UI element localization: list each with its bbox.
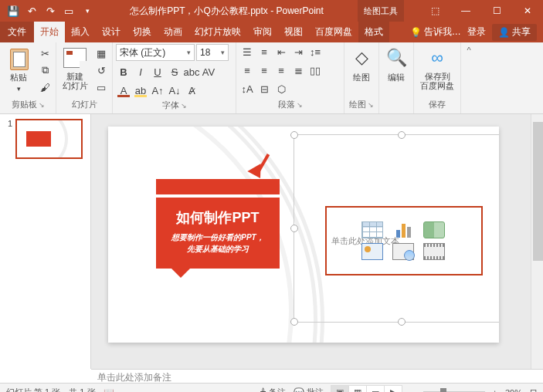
- title-bar: 💾 ↶ ↷ ▭ ▾ 怎么制作PPT，小Q办公教程.pptx - PowerPoi…: [0, 0, 543, 22]
- scrollbar-thumb[interactable]: [533, 122, 543, 261]
- font-color-icon[interactable]: A: [116, 83, 131, 98]
- redo-icon[interactable]: ↷: [42, 2, 59, 19]
- resize-handle[interactable]: [290, 131, 298, 139]
- editing-button[interactable]: 🔍 编辑: [382, 44, 410, 83]
- tab-transitions[interactable]: 切换: [127, 22, 158, 42]
- justify-icon[interactable]: ≣: [290, 63, 306, 78]
- ribbon-tabs: 文件 开始 插入 设计 切换 动画 幻灯片放映 审阅 视图 百度网盘 格式 💡告…: [0, 22, 543, 42]
- format-painter-icon[interactable]: 🖌: [37, 79, 53, 95]
- copy-icon[interactable]: ⧉: [37, 63, 53, 78]
- comments-toggle[interactable]: 💬 批注: [294, 387, 324, 392]
- tab-file[interactable]: 文件: [0, 22, 34, 42]
- dialog-launcher-icon[interactable]: ↘: [368, 101, 374, 109]
- new-slide-icon: [63, 48, 87, 68]
- zoom-out-icon[interactable]: −: [410, 388, 415, 393]
- align-center-icon[interactable]: ≡: [256, 63, 272, 78]
- drawing-button[interactable]: ◇ 绘图: [348, 44, 375, 83]
- normal-view-icon[interactable]: ▣: [331, 385, 349, 393]
- tab-review[interactable]: 审阅: [247, 22, 278, 42]
- spell-check-icon[interactable]: 📖: [104, 387, 114, 392]
- underline-icon[interactable]: U: [150, 64, 165, 79]
- bullets-icon[interactable]: ☰: [239, 44, 255, 59]
- section-icon[interactable]: ▭: [93, 79, 109, 95]
- share-button[interactable]: 👤 共享: [492, 24, 537, 41]
- slideshow-view-icon[interactable]: ▶: [384, 385, 402, 393]
- sorter-view-icon[interactable]: ▦: [348, 385, 367, 393]
- decrease-font-icon[interactable]: A↓: [167, 83, 182, 98]
- increase-indent-icon[interactable]: ⇥: [290, 44, 306, 59]
- insert-video-icon[interactable]: [423, 243, 445, 260]
- tab-animations[interactable]: 动画: [158, 22, 188, 42]
- slide-canvas[interactable]: 如何制作PPT 想要制作一份好看的PPT，先要从基础的学习 ⟳: [91, 114, 531, 369]
- align-left-icon[interactable]: ≡: [239, 63, 255, 78]
- align-right-icon[interactable]: ≡: [273, 63, 289, 78]
- tab-format[interactable]: 格式: [358, 22, 389, 42]
- slide-thumbnail[interactable]: [15, 119, 83, 159]
- reset-icon[interactable]: ↺: [93, 63, 109, 78]
- insert-online-picture-icon[interactable]: [392, 243, 414, 260]
- group-font: 宋体 (正文)▾ 18▾ B I U S abc AV A ab A↑ A↓ A…: [113, 42, 236, 113]
- font-size-combo[interactable]: 18▾: [196, 44, 229, 61]
- content-placeholder-selected[interactable]: ⟳ 单击此处添加文本: [294, 134, 499, 323]
- resize-handle[interactable]: [290, 225, 298, 232]
- highlight-icon[interactable]: ab: [133, 83, 148, 98]
- collapse-ribbon-icon[interactable]: ^: [467, 46, 470, 55]
- tab-view[interactable]: 视图: [278, 22, 309, 42]
- notes-pane[interactable]: 单击此处添加备注: [91, 369, 543, 383]
- paste-button[interactable]: 粘贴 ▾: [3, 44, 34, 93]
- char-spacing-icon[interactable]: AV: [201, 64, 216, 79]
- zoom-in-icon[interactable]: +: [493, 388, 497, 393]
- clear-format-icon[interactable]: A̷: [184, 83, 199, 98]
- tab-insert[interactable]: 插入: [65, 22, 96, 42]
- numbering-icon[interactable]: ≡: [256, 44, 272, 59]
- group-slides: 新建 幻灯片 ▦ ↺ ▭ 幻灯片: [56, 42, 113, 113]
- insert-smartart-icon[interactable]: [423, 221, 445, 238]
- resize-handle[interactable]: [398, 318, 406, 326]
- vertical-scrollbar[interactable]: [531, 114, 543, 369]
- italic-icon[interactable]: I: [133, 64, 148, 79]
- columns-icon[interactable]: ▯▯: [307, 63, 323, 78]
- text-direction-icon[interactable]: ↕A: [239, 81, 255, 96]
- start-from-beginning-icon[interactable]: ▭: [60, 2, 77, 19]
- dialog-launcher-icon[interactable]: ↘: [297, 101, 303, 109]
- cut-icon[interactable]: ✂: [37, 46, 53, 61]
- signin-button[interactable]: 登录: [467, 25, 486, 39]
- group-paragraph: ☰ ≡ ⇤ ⇥ ↕≡ ≡ ≡ ≡ ≣ ▯▯ ↕A ⊟ ⬡ 段落↘: [236, 42, 344, 113]
- strikethrough-icon[interactable]: S: [167, 64, 182, 79]
- align-text-icon[interactable]: ⊟: [256, 81, 272, 96]
- resize-handle[interactable]: [290, 318, 298, 326]
- undo-icon[interactable]: ↶: [23, 2, 40, 19]
- new-slide-button[interactable]: 新建 幻灯片: [59, 44, 90, 90]
- slide-thumbnail-panel: 1: [0, 114, 91, 369]
- tab-design[interactable]: 设计: [96, 22, 127, 42]
- maximize-icon[interactable]: ☐: [481, 0, 512, 22]
- tab-home[interactable]: 开始: [34, 22, 65, 42]
- bold-icon[interactable]: B: [116, 64, 131, 79]
- dialog-launcher-icon[interactable]: ↘: [39, 101, 45, 109]
- save-icon[interactable]: 💾: [5, 2, 22, 19]
- resize-handle[interactable]: [398, 131, 406, 139]
- insert-table-icon[interactable]: [361, 221, 383, 238]
- smartart-icon[interactable]: ⬡: [273, 81, 289, 96]
- layout-icon[interactable]: ▦: [93, 46, 109, 61]
- zoom-level[interactable]: 39%: [505, 388, 522, 393]
- increase-font-icon[interactable]: A↑: [150, 83, 165, 98]
- font-name-combo[interactable]: 宋体 (正文)▾: [116, 44, 195, 61]
- minimize-icon[interactable]: ―: [450, 0, 481, 22]
- insert-picture-icon[interactable]: [361, 243, 383, 260]
- tab-baidu[interactable]: 百度网盘: [309, 22, 358, 42]
- notes-toggle[interactable]: ≜ 备注: [260, 387, 286, 392]
- reading-view-icon[interactable]: ▭: [366, 385, 385, 393]
- decrease-indent-icon[interactable]: ⇤: [273, 44, 289, 59]
- inner-content-placeholder[interactable]: 单击此处添加文本: [325, 206, 483, 275]
- ribbon-display-icon[interactable]: ⬚: [419, 0, 450, 22]
- dialog-launcher-icon[interactable]: ↘: [181, 102, 187, 110]
- save-baidu-button[interactable]: ∞ 保存到 百度网盘: [417, 44, 457, 90]
- tab-slideshow[interactable]: 幻灯片放映: [188, 22, 247, 42]
- qat-more-icon[interactable]: ▾: [79, 2, 96, 19]
- close-icon[interactable]: ✕: [512, 0, 543, 22]
- line-spacing-icon[interactable]: ↕≡: [307, 44, 323, 59]
- fit-to-window-icon[interactable]: ⊡: [530, 387, 537, 392]
- tell-me[interactable]: 💡告诉我…: [410, 25, 461, 39]
- shadow-icon[interactable]: abc: [184, 64, 199, 79]
